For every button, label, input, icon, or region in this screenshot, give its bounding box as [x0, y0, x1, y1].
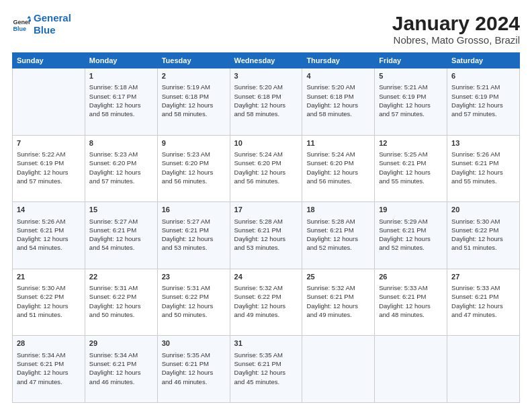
calendar-cell: 21Sunrise: 5:30 AM Sunset: 6:22 PM Dayli… [13, 269, 85, 336]
day-info: Sunrise: 5:24 AM Sunset: 6:20 PM Dayligh… [234, 150, 298, 185]
day-number: 3 [234, 71, 298, 81]
day-number: 5 [379, 71, 443, 81]
calendar-cell: 24Sunrise: 5:32 AM Sunset: 6:22 PM Dayli… [230, 269, 302, 336]
day-info: Sunrise: 5:35 AM Sunset: 6:21 PM Dayligh… [162, 351, 226, 386]
day-number: 14 [17, 205, 81, 215]
day-info: Sunrise: 5:20 AM Sunset: 6:18 PM Dayligh… [306, 83, 370, 118]
day-info: Sunrise: 5:19 AM Sunset: 6:18 PM Dayligh… [162, 83, 226, 118]
day-number: 10 [234, 138, 298, 148]
calendar-cell: 30Sunrise: 5:35 AM Sunset: 6:21 PM Dayli… [157, 336, 230, 403]
day-number: 4 [306, 71, 370, 81]
day-info: Sunrise: 5:25 AM Sunset: 6:21 PM Dayligh… [379, 150, 443, 185]
col-tuesday: Tuesday [157, 53, 230, 68]
main-title: January 2024 [392, 12, 520, 34]
col-friday: Friday [375, 53, 447, 68]
col-thursday: Thursday [302, 53, 375, 68]
day-info: Sunrise: 5:28 AM Sunset: 6:21 PM Dayligh… [306, 217, 370, 253]
day-info: Sunrise: 5:27 AM Sunset: 6:21 PM Dayligh… [89, 217, 153, 253]
calendar-week-row: 7Sunrise: 5:22 AM Sunset: 6:19 PM Daylig… [13, 135, 520, 202]
calendar-week-row: 28Sunrise: 5:34 AM Sunset: 6:21 PM Dayli… [13, 336, 520, 403]
calendar-cell: 13Sunrise: 5:26 AM Sunset: 6:21 PM Dayli… [447, 135, 520, 202]
day-info: Sunrise: 5:18 AM Sunset: 6:17 PM Dayligh… [89, 83, 153, 118]
subtitle: Nobres, Mato Grosso, Brazil [392, 34, 520, 46]
logo: General Blue GeneralBlue [12, 12, 71, 36]
day-number: 29 [89, 338, 153, 349]
calendar-cell [447, 336, 520, 403]
day-number: 22 [89, 272, 153, 282]
calendar-cell [375, 336, 447, 403]
day-number: 11 [306, 138, 370, 148]
day-info: Sunrise: 5:32 AM Sunset: 6:22 PM Dayligh… [234, 283, 298, 319]
calendar-cell: 27Sunrise: 5:33 AM Sunset: 6:21 PM Dayli… [447, 269, 520, 336]
day-number: 7 [17, 138, 81, 148]
day-number: 27 [451, 272, 515, 282]
day-number: 16 [162, 205, 226, 215]
day-info: Sunrise: 5:27 AM Sunset: 6:21 PM Dayligh… [162, 217, 226, 253]
calendar-cell: 25Sunrise: 5:32 AM Sunset: 6:21 PM Dayli… [302, 269, 375, 336]
logo-text: GeneralBlue [34, 12, 71, 36]
calendar-cell: 18Sunrise: 5:28 AM Sunset: 6:21 PM Dayli… [302, 202, 375, 269]
day-number: 25 [306, 272, 370, 282]
day-number: 18 [306, 205, 370, 215]
day-number: 8 [89, 138, 153, 148]
calendar-cell: 19Sunrise: 5:29 AM Sunset: 6:21 PM Dayli… [375, 202, 447, 269]
calendar-header-row: Sunday Monday Tuesday Wednesday Thursday… [13, 53, 520, 68]
day-number: 12 [379, 138, 443, 148]
day-info: Sunrise: 5:31 AM Sunset: 6:22 PM Dayligh… [89, 283, 153, 319]
svg-text:General: General [13, 19, 31, 26]
day-info: Sunrise: 5:30 AM Sunset: 6:22 PM Dayligh… [451, 217, 515, 253]
calendar-cell: 29Sunrise: 5:34 AM Sunset: 6:21 PM Dayli… [85, 336, 157, 403]
calendar-cell: 4Sunrise: 5:20 AM Sunset: 6:18 PM Daylig… [302, 68, 375, 136]
day-number: 24 [234, 272, 298, 282]
calendar-cell: 9Sunrise: 5:23 AM Sunset: 6:20 PM Daylig… [157, 135, 230, 202]
day-info: Sunrise: 5:31 AM Sunset: 6:22 PM Dayligh… [162, 283, 226, 319]
calendar-week-row: 14Sunrise: 5:26 AM Sunset: 6:21 PM Dayli… [13, 202, 520, 269]
day-number: 20 [451, 205, 515, 215]
calendar-cell: 15Sunrise: 5:27 AM Sunset: 6:21 PM Dayli… [85, 202, 157, 269]
day-info: Sunrise: 5:26 AM Sunset: 6:21 PM Dayligh… [451, 150, 515, 185]
day-info: Sunrise: 5:34 AM Sunset: 6:21 PM Dayligh… [17, 351, 81, 386]
day-info: Sunrise: 5:21 AM Sunset: 6:19 PM Dayligh… [379, 83, 443, 118]
calendar-cell: 14Sunrise: 5:26 AM Sunset: 6:21 PM Dayli… [13, 202, 85, 269]
day-number: 6 [451, 71, 515, 81]
svg-text:Blue: Blue [13, 26, 26, 32]
calendar-cell [302, 336, 375, 403]
calendar-table: Sunday Monday Tuesday Wednesday Thursday… [12, 52, 520, 403]
day-number: 15 [89, 205, 153, 215]
logo-icon: General Blue [12, 15, 31, 34]
calendar-cell: 7Sunrise: 5:22 AM Sunset: 6:19 PM Daylig… [13, 135, 85, 202]
calendar-cell: 22Sunrise: 5:31 AM Sunset: 6:22 PM Dayli… [85, 269, 157, 336]
day-number: 17 [234, 205, 298, 215]
calendar-cell: 3Sunrise: 5:20 AM Sunset: 6:18 PM Daylig… [230, 68, 302, 136]
day-info: Sunrise: 5:34 AM Sunset: 6:21 PM Dayligh… [89, 351, 153, 386]
day-info: Sunrise: 5:35 AM Sunset: 6:21 PM Dayligh… [234, 351, 298, 386]
calendar-cell: 23Sunrise: 5:31 AM Sunset: 6:22 PM Dayli… [157, 269, 230, 336]
day-number: 26 [379, 272, 443, 282]
day-info: Sunrise: 5:23 AM Sunset: 6:20 PM Dayligh… [162, 150, 226, 185]
col-monday: Monday [85, 53, 157, 68]
col-saturday: Saturday [447, 53, 520, 68]
day-info: Sunrise: 5:24 AM Sunset: 6:20 PM Dayligh… [306, 150, 370, 185]
day-info: Sunrise: 5:33 AM Sunset: 6:21 PM Dayligh… [379, 283, 443, 319]
calendar-week-row: 1Sunrise: 5:18 AM Sunset: 6:17 PM Daylig… [13, 68, 520, 136]
calendar-cell [13, 68, 85, 136]
calendar-cell: 12Sunrise: 5:25 AM Sunset: 6:21 PM Dayli… [375, 135, 447, 202]
calendar-cell: 6Sunrise: 5:21 AM Sunset: 6:19 PM Daylig… [447, 68, 520, 136]
day-info: Sunrise: 5:28 AM Sunset: 6:21 PM Dayligh… [234, 217, 298, 253]
day-number: 23 [162, 272, 226, 282]
calendar-cell: 10Sunrise: 5:24 AM Sunset: 6:20 PM Dayli… [230, 135, 302, 202]
calendar-cell: 20Sunrise: 5:30 AM Sunset: 6:22 PM Dayli… [447, 202, 520, 269]
day-number: 31 [234, 338, 298, 349]
day-info: Sunrise: 5:22 AM Sunset: 6:19 PM Dayligh… [17, 150, 81, 185]
day-number: 19 [379, 205, 443, 215]
day-info: Sunrise: 5:29 AM Sunset: 6:21 PM Dayligh… [379, 217, 443, 253]
day-number: 28 [17, 338, 81, 349]
calendar-cell: 31Sunrise: 5:35 AM Sunset: 6:21 PM Dayli… [230, 336, 302, 403]
day-number: 13 [451, 138, 515, 148]
day-info: Sunrise: 5:21 AM Sunset: 6:19 PM Dayligh… [451, 83, 515, 118]
calendar-cell: 11Sunrise: 5:24 AM Sunset: 6:20 PM Dayli… [302, 135, 375, 202]
day-number: 21 [17, 272, 81, 282]
calendar-cell: 17Sunrise: 5:28 AM Sunset: 6:21 PM Dayli… [230, 202, 302, 269]
calendar-week-row: 21Sunrise: 5:30 AM Sunset: 6:22 PM Dayli… [13, 269, 520, 336]
calendar-cell: 5Sunrise: 5:21 AM Sunset: 6:19 PM Daylig… [375, 68, 447, 136]
